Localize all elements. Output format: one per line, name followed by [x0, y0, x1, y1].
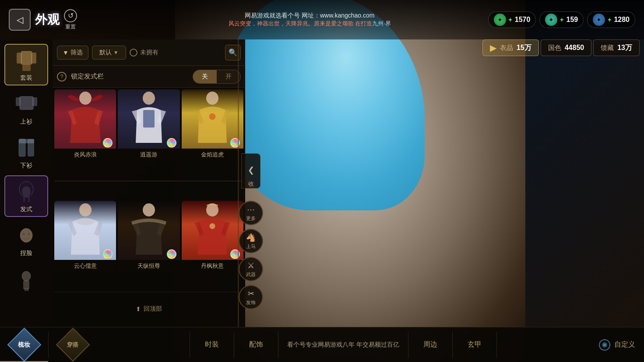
outfit-card-5[interactable]: 天纵恒尊 — [118, 201, 179, 272]
cat-hair-label: 发式 — [20, 206, 32, 213]
sort-label: 默认 — [99, 49, 112, 57]
currency-add-1: + — [509, 16, 512, 23]
category-item-face[interactable]: 捏脸 — [4, 219, 48, 261]
reset-icon: ↺ — [64, 9, 77, 22]
content-panel: ▼ 筛选 默认 ▼ 未拥有 🔍 ? 锁定发式栏 关 开 — [53, 39, 245, 327]
dropdown-arrow: ▼ — [113, 50, 119, 56]
reset-label: 重置 — [65, 23, 76, 31]
category-item-bottom[interactable]: 下衫 — [4, 131, 48, 173]
weapon-icon: ⚔ — [247, 261, 254, 270]
left-panel: 套装 上衫 下衫 — [0, 39, 245, 327]
toggle-on-button[interactable]: 开 — [217, 70, 240, 83]
svg-point-14 — [20, 228, 32, 242]
lock-bar: ? 锁定发式栏 关 开 — [53, 66, 245, 88]
currency-icon-2: ✦ — [545, 14, 557, 26]
svg-rect-3 — [22, 64, 31, 71]
currency-item-3[interactable]: ✦ + 1280 — [587, 11, 635, 28]
svg-rect-5 — [16, 97, 21, 106]
filter-button[interactable]: ▼ 筛选 — [57, 46, 88, 60]
currency-item-2[interactable]: ✦ + 159 — [539, 11, 584, 28]
marquee-rest: 在打造 — [354, 20, 373, 27]
back-button[interactable]: ◁ — [9, 9, 31, 31]
outfit-card-1[interactable]: 炎风赤浪 — [54, 89, 116, 161]
svg-point-15 — [22, 233, 25, 235]
svg-point-16 — [28, 233, 30, 235]
weapon-button[interactable]: ⚔ 武器 — [239, 257, 263, 281]
currency-icon-1: ✦ — [494, 14, 506, 26]
currency-item-1[interactable]: ✦ + 1570 — [488, 11, 536, 28]
svg-point-25 — [209, 113, 216, 120]
xuanjia-label: 玄甲 — [468, 340, 482, 349]
eye-icon — [598, 339, 611, 351]
search-icon: 🔍 — [229, 48, 237, 57]
back-icon: ◁ — [17, 14, 23, 25]
toggle-off-button[interactable]: 关 — [193, 70, 217, 83]
bottom-nav-zhoubian[interactable]: 周边 — [408, 327, 452, 362]
return-top-icon: ⬆ — [136, 305, 141, 312]
weapon-label: 武器 — [246, 271, 256, 278]
marquee-line1: 网易游戏就选看个号 网址：www.kangchao.com — [131, 12, 488, 20]
cat-top-label: 上衫 — [20, 118, 32, 126]
chuanda-diamond: 穿搭 — [57, 330, 88, 360]
mount-button[interactable]: 🐴 上马 — [239, 229, 263, 253]
svg-rect-18 — [23, 280, 29, 289]
marquee-highlight: 爱之颂歌 — [331, 20, 354, 27]
grid-row-divider — [54, 181, 243, 181]
outfit-card-4[interactable]: 云心儒意 — [54, 201, 116, 272]
category-item-top[interactable]: 上衫 — [4, 88, 48, 129]
category-sidebar: 套装 上衫 下衫 — [0, 39, 53, 327]
outfit-card-6[interactable]: 丹枫秋意 — [182, 201, 243, 272]
outfit-card-3[interactable]: 金焰追虎 — [182, 89, 243, 161]
mount-label: 上马 — [246, 243, 256, 250]
bottom-nav-right-tabs: 周边 玄甲 — [408, 327, 497, 362]
reset-button[interactable]: ↺ 重置 — [64, 9, 77, 31]
lock-icon[interactable]: ? — [57, 72, 67, 82]
mount-icon: 🐴 — [246, 233, 256, 242]
color-indicator-1 — [103, 138, 113, 148]
custom-button[interactable]: 自定义 — [590, 339, 644, 351]
currency-tab-yipin[interactable]: ▶ 衣品 15万 — [482, 39, 539, 56]
svg-rect-1 — [17, 53, 22, 64]
peishi-label: 配饰 — [249, 340, 263, 349]
currency-tabs: ▶ 衣品 15万 国色 44850 馈藏 13万 — [482, 39, 640, 56]
top-bar-center: 网易游戏就选看个号 网址：www.kangchao.com 风云突变，神器出世，… — [131, 12, 488, 28]
cat-suit-label: 套装 — [20, 74, 32, 82]
bottom-nav-shuzhuang[interactable]: 梳妆 — [0, 327, 48, 362]
radio-circle — [130, 49, 137, 57]
svg-rect-13 — [28, 196, 30, 202]
lock-label: 锁定发式栏 — [71, 72, 104, 81]
bottom-nav-xuanjia[interactable]: 玄甲 — [453, 327, 496, 362]
forward-arrow: ▶ — [490, 43, 496, 53]
filter-icon: ▼ — [63, 49, 69, 56]
category-item-hair[interactable]: 发式 — [4, 175, 48, 217]
currency-tab-guose[interactable]: 国色 44850 — [541, 39, 592, 56]
toggle-group: 关 开 — [193, 70, 241, 84]
currency-value-2: 159 — [567, 16, 578, 24]
category-item-statue[interactable] — [4, 263, 48, 305]
bottom-sep-4 — [278, 332, 278, 358]
outfit-card-2[interactable]: 逍遥游 — [118, 89, 179, 161]
page-title: 外观 — [35, 11, 60, 28]
filter-bar: ▼ 筛选 默认 ▼ 未拥有 🔍 — [53, 39, 245, 66]
currency-icon-3: ✦ — [593, 14, 605, 26]
not-owned-toggle[interactable]: 未拥有 — [130, 49, 158, 57]
color-indicator-2 — [167, 138, 176, 148]
bottom-nav-peishi[interactable]: 配饰 — [234, 327, 278, 362]
sort-button[interactable]: 默认 ▼ — [92, 46, 126, 60]
svg-point-30 — [210, 224, 215, 229]
more-button[interactable]: ⋯ 更多 — [239, 201, 263, 225]
currency-tab-kuicang[interactable]: 馈藏 13万 — [593, 39, 640, 56]
accessory-button[interactable]: ✂ 发饰 — [239, 285, 263, 309]
right-actions: ❮ 收 ⋯ 更多 🐴 上马 ⚔ 武器 ✂ 发饰 — [239, 153, 263, 309]
top-bar-left: ◁ 外观 ↺ 重置 — [9, 9, 131, 31]
bottom-sep-7 — [496, 332, 497, 358]
more-label: 更多 — [246, 215, 256, 222]
bottom-nav-chuanda[interactable]: 穿搭 — [49, 327, 97, 362]
zhoubian-label: 周边 — [423, 340, 437, 349]
color-indicator-5 — [167, 249, 176, 259]
category-item-suit[interactable]: 套装 — [4, 44, 48, 85]
collapse-button[interactable]: ❮ 收 — [241, 153, 260, 188]
bottom-nav-shizhuang[interactable]: 时装 — [190, 327, 234, 362]
return-top-button[interactable]: ⬆ 回顶部 — [54, 292, 243, 325]
bottom-nav-center: 时装 配饰 看个号专业网易游戏八年 年交易额过百亿 周边 玄甲 — [97, 327, 590, 362]
